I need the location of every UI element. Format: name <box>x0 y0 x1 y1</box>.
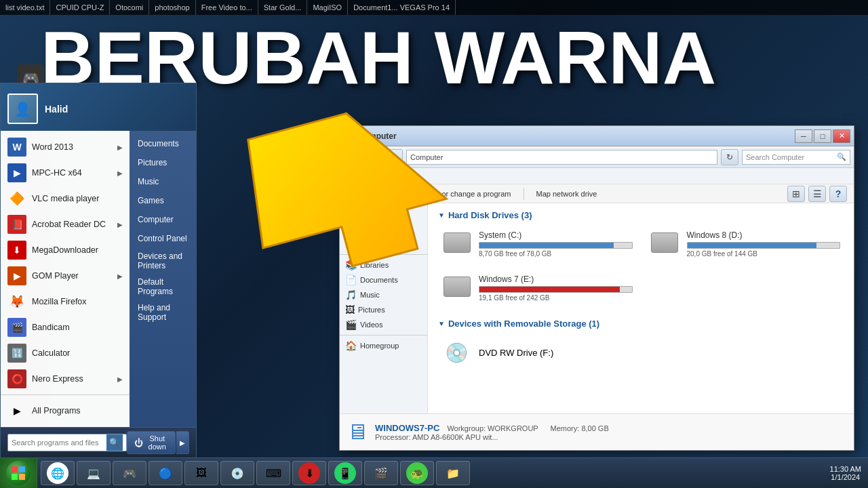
right-menu-item-default[interactable]: Default Programs <box>130 274 196 300</box>
removable-section-title: Devices with Removable Storage (1) <box>448 319 599 329</box>
shutdown-arrow-button[interactable]: ▶ <box>176 431 189 454</box>
taskbar-top-item[interactable]: Star Gold... <box>258 0 308 15</box>
drive-item-d[interactable]: Windows 8 (D:) 20,0 GB free of 144 GB <box>646 227 844 261</box>
removable-section-header: ▼ Devices with Removable Storage (1) <box>438 319 844 329</box>
taskbar-top-item[interactable]: Otocomi <box>110 0 149 15</box>
address-bar[interactable]: Computer <box>406 150 717 165</box>
recent-nav-icon: 📂 <box>345 239 357 249</box>
nav-item-docs[interactable]: 📄 Documents <box>340 272 427 287</box>
menu-arrow: ▶ <box>117 169 123 177</box>
nav-item-recent[interactable]: 📂 Recent Places <box>340 237 427 251</box>
window-toolbar: ◀ ▶ ↑ Computer ↻ Search Computer 🔍 <box>340 146 854 168</box>
taskbar-top-item[interactable]: list video.txt <box>0 0 50 15</box>
menu-item-vlc[interactable]: 🔶 VLC media player <box>1 186 130 211</box>
maximize-button[interactable]: □ <box>814 129 831 143</box>
search-programs-button[interactable]: 🔍 <box>106 434 123 451</box>
taskbar-app-10[interactable]: 🐢 <box>400 461 434 485</box>
menu-label: VLC media player <box>32 194 123 203</box>
right-menu-item-music[interactable]: Music <box>130 172 196 191</box>
menu-item-mpc[interactable]: ▶ MPC-HC x64 ▶ <box>1 160 130 186</box>
start-button[interactable] <box>0 458 37 489</box>
right-menu-item-games[interactable]: Games <box>130 191 196 210</box>
taskbar-app-9[interactable]: 🎬 <box>364 461 398 485</box>
user-name: Halid <box>45 104 68 115</box>
taskbar-app-6[interactable]: 💿 <box>220 461 254 485</box>
right-menu-item-documents[interactable]: Documents <box>130 134 196 153</box>
drives-grid: System (C:) 8,70 GB free of 78,0 GB <box>438 227 844 305</box>
uninstall-button[interactable]: Uninstall or change a program <box>406 188 516 199</box>
taskbar-top-item[interactable]: CPUID CPU-Z <box>50 0 110 15</box>
help-button[interactable]: ? <box>829 186 847 202</box>
nav-label: Music <box>360 291 380 299</box>
menu-item-acrobat[interactable]: 📕 Acrobat Reader DC ▶ <box>1 211 130 237</box>
menu-item-calculator[interactable]: 🔢 Calculator <box>1 340 130 366</box>
taskbar-top-item[interactable]: MagiISO <box>307 0 348 15</box>
nav-item-videos[interactable]: 🎬 Videos <box>340 317 427 332</box>
menu-label: Bandicam <box>32 323 123 332</box>
right-menu-item-devices[interactable]: Devices and Printers <box>130 248 196 274</box>
desktop: list video.txt CPUID CPU-Z Otocomi photo… <box>0 0 868 488</box>
menu-item-all-programs[interactable]: ▶ All Programs <box>1 398 130 424</box>
nav-item-homegroup[interactable]: 🏠 Homegroup <box>340 338 427 353</box>
taskbar-app-7[interactable]: ⌨ <box>256 461 290 485</box>
main-panel: ▼ Hard Disk Drives (3) System (C:) <box>428 203 854 413</box>
search-box[interactable]: 🔍 <box>7 434 127 451</box>
forward-button[interactable]: ▶ <box>364 149 382 165</box>
taskbar-app-whatsapp[interactable]: 📱 <box>328 461 362 485</box>
menu-item-bandicam[interactable]: 🎬 Bandicam <box>1 314 130 340</box>
app-icon-4: 🔵 <box>155 462 176 484</box>
shutdown-button[interactable]: ⏻ Shut down <box>127 431 176 454</box>
app-icon-7: ⌨ <box>262 462 284 484</box>
nav-item-pictures[interactable]: 🖼 Pictures <box>340 302 427 317</box>
taskbar-top-item[interactable]: Free Video to... <box>196 0 258 15</box>
close-button[interactable]: ✕ <box>833 129 850 143</box>
nav-item-music[interactable]: 🎵 Music <box>340 287 427 302</box>
nav-item-libraries[interactable]: 📚 Libraries <box>340 258 427 272</box>
taskbar-app-5[interactable]: 🖼 <box>184 461 218 485</box>
search-bar[interactable]: Search Computer 🔍 <box>742 150 850 165</box>
drive-name-e: Windows 7 (E:) <box>479 274 633 284</box>
map-drive-button[interactable]: Map network drive <box>531 188 603 199</box>
app-icon-6: 💿 <box>226 462 248 484</box>
taskbar-app-3[interactable]: 🎮 <box>113 461 146 485</box>
drive-icon-e <box>441 274 472 298</box>
dvd-drive-item[interactable]: 💿 DVD RW Drive (F:) <box>438 336 844 369</box>
view-toggle-1[interactable]: ⊞ <box>787 186 805 202</box>
properties-button[interactable]: Properties <box>347 188 391 199</box>
nav-item-desktop[interactable]: 🖥 Desktop <box>340 207 427 222</box>
chrome-icon: 🌐 <box>47 462 68 484</box>
downloader-icon: ⬇ <box>298 462 320 484</box>
taskbar-app-4[interactable]: 🔵 <box>149 461 182 485</box>
taskbar-app-2[interactable]: 💻 <box>77 461 111 485</box>
taskbar-top-item[interactable]: Document1... VEGAS Pro 14 <box>348 0 456 15</box>
nav-label: Videos <box>360 321 382 329</box>
menu-item-megadownloader[interactable]: ⬇ MegaDownloader <box>1 237 130 263</box>
menu-item-gom[interactable]: ▶ GOM Player ▶ <box>1 263 130 289</box>
menu-edit[interactable]: Edit <box>367 171 388 182</box>
minimize-button[interactable]: ─ <box>795 129 812 143</box>
nav-item-downloads[interactable]: ⬇ Downloads <box>340 222 427 237</box>
search-programs-input[interactable] <box>12 439 106 447</box>
taskbar-app-folder[interactable]: 📁 <box>436 461 470 485</box>
taskbar-top-item[interactable]: photoshop <box>149 0 195 15</box>
up-button[interactable]: ↑ <box>385 149 403 165</box>
menu-item-firefox[interactable]: 🦊 Mozilla Firefox <box>1 289 130 314</box>
menu-item-nero[interactable]: ⭕ Nero Express ▶ <box>1 366 130 392</box>
back-button[interactable]: ◀ <box>343 149 361 165</box>
taskbar-app-8[interactable]: ⬇ <box>292 461 326 485</box>
section-arrow-icon: ▼ <box>438 320 445 327</box>
right-menu-item-computer[interactable]: Computer <box>130 210 196 229</box>
right-menu-item-help[interactable]: Help and Support <box>130 300 196 325</box>
drive-item-c[interactable]: System (C:) 8,70 GB free of 78,0 GB <box>438 227 636 261</box>
view-toggle-2[interactable]: ☰ <box>808 186 826 202</box>
right-menu-item-pictures[interactable]: Pictures <box>130 153 196 172</box>
docs-nav-icon: 📄 <box>345 274 357 285</box>
menu-label: MegaDownloader <box>32 245 123 255</box>
menu-file[interactable]: File <box>343 171 363 182</box>
taskbar-app-chrome[interactable]: 🌐 <box>41 461 75 485</box>
menu-item-word[interactable]: W Word 2013 ▶ <box>1 134 130 160</box>
drive-item-e[interactable]: Windows 7 (E:) 19,1 GB free of 242 GB <box>438 271 636 305</box>
right-menu-item-controlpanel[interactable]: Control Panel <box>130 229 196 248</box>
refresh-button[interactable]: ↻ <box>721 149 738 165</box>
workgroup-text: Workgroup: WORKGROUP <box>447 424 538 432</box>
